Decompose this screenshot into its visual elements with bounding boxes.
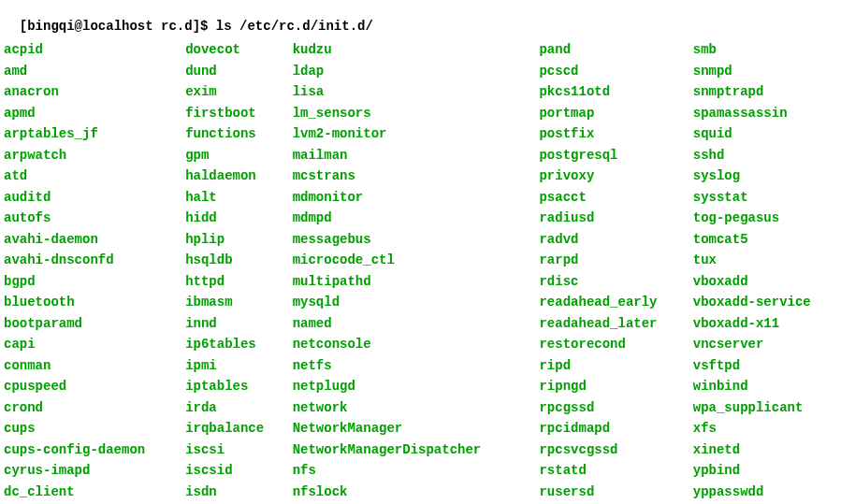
file-entry: NetworkManager bbox=[293, 418, 540, 439]
file-entry: ip6tables bbox=[185, 334, 293, 355]
file-entry: mysqld bbox=[293, 292, 540, 313]
file-entry: functions bbox=[185, 123, 293, 145]
file-entry: lisa bbox=[293, 81, 540, 103]
file-entry: bluetooth bbox=[4, 292, 185, 313]
file-entry: iptables bbox=[185, 376, 293, 397]
file-entry: lm_sensors bbox=[293, 103, 540, 124]
file-entry: rdisc bbox=[539, 271, 692, 293]
file-entry: iscsid bbox=[185, 460, 293, 482]
file-entry: rpcidmapd bbox=[539, 418, 692, 439]
file-entry: crond bbox=[4, 397, 185, 419]
file-entry: pand bbox=[539, 39, 692, 61]
listing-column-3: kudzuldaplisalm_sensorslvm2-monitormailm… bbox=[293, 39, 540, 504]
file-entry: rpcgssd bbox=[539, 397, 692, 419]
file-entry: arptables_jf bbox=[4, 123, 185, 145]
file-entry: autofs bbox=[4, 208, 185, 229]
file-entry: multipathd bbox=[293, 271, 540, 293]
file-entry: cups-config-daemon bbox=[4, 439, 185, 461]
file-entry: xinetd bbox=[693, 439, 851, 461]
file-entry: xfs bbox=[693, 418, 851, 439]
file-entry: postgresql bbox=[539, 145, 692, 166]
file-entry: dund bbox=[185, 61, 293, 82]
file-entry: amd bbox=[4, 61, 185, 82]
file-entry: nfs bbox=[293, 460, 540, 482]
file-entry: snmpd bbox=[693, 61, 851, 82]
file-entry: acpid bbox=[4, 39, 185, 61]
file-entry: irqbalance bbox=[185, 418, 293, 439]
file-entry: network bbox=[293, 397, 540, 419]
file-entry: rusersd bbox=[539, 482, 692, 503]
listing-column-4: pandpcscdpkcs11otdportmappostfixpostgres… bbox=[539, 39, 692, 504]
file-entry: firstboot bbox=[185, 103, 293, 124]
file-entry: readahead_early bbox=[539, 292, 692, 313]
file-entry: mcstrans bbox=[293, 166, 540, 187]
file-entry: innd bbox=[185, 313, 293, 335]
file-entry: hplip bbox=[185, 229, 293, 251]
file-entry: syslog bbox=[693, 166, 851, 187]
file-entry: snmptrapd bbox=[693, 81, 851, 103]
shell-prompt: [bingqi@localhost rc.d]$ ls /etc/rc.d/in… bbox=[4, 4, 851, 34]
file-entry: netplugd bbox=[293, 376, 540, 397]
file-entry: tomcat5 bbox=[693, 229, 851, 251]
file-entry: auditd bbox=[4, 187, 185, 209]
file-entry: radvd bbox=[539, 229, 692, 251]
file-entry: psacct bbox=[539, 187, 692, 209]
file-entry: squid bbox=[693, 123, 851, 145]
file-entry: dc_client bbox=[4, 482, 185, 503]
file-entry: ipmi bbox=[185, 355, 293, 377]
listing-column-1: acpidamdanacronapmdarptables_jfarpwatcha… bbox=[4, 39, 185, 504]
file-entry: kudzu bbox=[293, 39, 540, 61]
file-entry: httpd bbox=[185, 271, 293, 293]
file-entry: atd bbox=[4, 166, 185, 187]
file-entry: mdmpd bbox=[293, 208, 540, 229]
listing-column-5: smbsnmpdsnmptrapdspamassassinsquidsshdsy… bbox=[693, 39, 851, 504]
file-entry: haldaemon bbox=[185, 166, 293, 187]
file-entry: restorecond bbox=[539, 334, 692, 355]
file-entry: spamassassin bbox=[693, 103, 851, 124]
file-entry: iscsi bbox=[185, 439, 293, 461]
listing-column-2: dovecotdundeximfirstbootfunctionsgpmhald… bbox=[185, 39, 293, 504]
file-entry: lvm2-monitor bbox=[293, 123, 540, 145]
file-entry: pcscd bbox=[539, 61, 692, 82]
file-entry: gpm bbox=[185, 145, 293, 166]
file-entry: messagebus bbox=[293, 229, 540, 251]
file-entry: ripd bbox=[539, 355, 692, 377]
file-entry: mailman bbox=[293, 145, 540, 166]
file-entry: isdn bbox=[185, 482, 293, 503]
file-entry: exim bbox=[185, 81, 293, 103]
file-entry: cyrus-imapd bbox=[4, 460, 185, 482]
file-entry: microcode_ctl bbox=[293, 250, 540, 271]
file-entry: netfs bbox=[293, 355, 540, 377]
file-entry: sysstat bbox=[693, 187, 851, 209]
file-entry: sshd bbox=[693, 145, 851, 166]
file-entry: ibmasm bbox=[185, 292, 293, 313]
directory-listing: acpidamdanacronapmdarptables_jfarpwatcha… bbox=[4, 39, 851, 504]
file-entry: avahi-dnsconfd bbox=[4, 250, 185, 271]
file-entry: conman bbox=[4, 355, 185, 377]
file-entry: apmd bbox=[4, 103, 185, 124]
file-entry: tux bbox=[693, 250, 851, 271]
file-entry: cups bbox=[4, 418, 185, 439]
file-entry: irda bbox=[185, 397, 293, 419]
file-entry: ldap bbox=[293, 61, 540, 82]
file-entry: wpa_supplicant bbox=[693, 397, 851, 419]
file-entry: readahead_later bbox=[539, 313, 692, 335]
file-entry: rarpd bbox=[539, 250, 692, 271]
file-entry: ypbind bbox=[693, 460, 851, 482]
file-entry: vboxadd-service bbox=[693, 292, 851, 313]
file-entry: winbind bbox=[693, 376, 851, 397]
file-entry: yppasswdd bbox=[693, 482, 851, 503]
file-entry: anacron bbox=[4, 81, 185, 103]
file-entry: smb bbox=[693, 39, 851, 61]
file-entry: ripngd bbox=[539, 376, 692, 397]
prompt-text: [bingqi@localhost rc.d]$ ls /etc/rc.d/in… bbox=[20, 19, 373, 34]
file-entry: postfix bbox=[539, 123, 692, 145]
file-entry: tog-pegasus bbox=[693, 208, 851, 229]
file-entry: bgpd bbox=[4, 271, 185, 293]
file-entry: netconsole bbox=[293, 334, 540, 355]
file-entry: cpuspeed bbox=[4, 376, 185, 397]
file-entry: named bbox=[293, 313, 540, 335]
file-entry: bootparamd bbox=[4, 313, 185, 335]
file-entry: portmap bbox=[539, 103, 692, 124]
file-entry: mdmonitor bbox=[293, 187, 540, 209]
